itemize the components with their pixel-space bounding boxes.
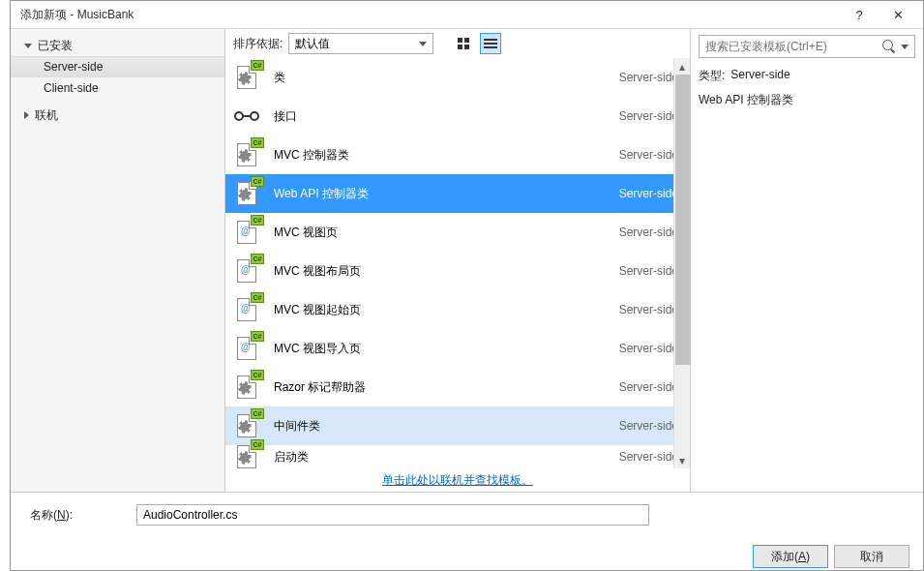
csharp-class-icon: C# [233, 443, 260, 468]
tree-server-side[interactable]: Server-side [11, 56, 224, 77]
template-label: MVC 视图起始页 [274, 302, 619, 318]
template-row[interactable]: C#中间件类Server-side [225, 406, 690, 445]
template-row[interactable]: C#MVC 控制器类Server-side [225, 135, 690, 174]
view-grid-button[interactable] [453, 33, 474, 54]
details-pane: 类型: Server-side Web API 控制器类 [691, 29, 923, 492]
csharp-class-icon: C# [233, 64, 260, 91]
type-value: Server-side [730, 68, 790, 84]
template-row[interactable]: @C#MVC 视图布局页Server-side [225, 252, 690, 290]
template-toolbar: 排序依据: 默认值 [225, 29, 690, 58]
name-input[interactable] [136, 504, 649, 526]
tree-installed[interactable]: 已安装 [11, 35, 224, 56]
template-tag: Server-side [619, 225, 678, 239]
template-label: 类 [274, 70, 619, 86]
template-row[interactable]: C#启动类Server-side [225, 445, 690, 468]
cancel-button[interactable]: 取消 [834, 545, 909, 568]
type-label: 类型: [699, 68, 725, 84]
grid-icon [458, 38, 469, 49]
template-tag: Server-side [619, 109, 678, 123]
close-button[interactable]: ✕ [879, 1, 917, 28]
razor-page-icon: @C# [233, 335, 260, 362]
chevron-down-icon [901, 45, 909, 49]
csharp-class-icon: C# [233, 412, 260, 439]
expand-icon [24, 44, 32, 48]
template-label: 中间件类 [274, 418, 619, 435]
chevron-down-icon [419, 42, 427, 46]
window-title: 添加新项 - MusicBank [20, 7, 840, 23]
online-templates-link-row: 单击此处以联机并查找模板。 [225, 468, 690, 492]
sort-label: 排序依据: [233, 36, 283, 52]
template-tag: Server-side [619, 380, 678, 394]
razor-page-icon: @C# [233, 257, 260, 285]
template-label: MVC 视图导入页 [274, 341, 619, 357]
template-row[interactable]: @C#MVC 视图起始页Server-side [225, 290, 690, 329]
tree-online[interactable]: 联机 [11, 105, 224, 126]
template-list: C#类Server-side接口Server-sideC#MVC 控制器类Ser… [225, 58, 690, 468]
csharp-class-icon: C# [233, 141, 260, 168]
scroll-down-icon[interactable]: ▾ [674, 452, 690, 468]
template-tag: Server-side [619, 71, 678, 84]
search-input[interactable] [705, 40, 881, 53]
template-row[interactable]: C#Razor 标记帮助器Server-side [225, 368, 690, 406]
template-row[interactable]: @C#MVC 视图导入页Server-side [225, 329, 690, 368]
add-new-item-dialog: 添加新项 - MusicBank ? ✕ 已安装 Server-side Cli… [10, 0, 924, 571]
template-label: Razor 标记帮助器 [274, 379, 619, 396]
razor-page-icon: @C# [233, 219, 260, 246]
view-list-button[interactable] [480, 33, 501, 54]
template-tag: Server-side [619, 303, 678, 316]
csharp-class-icon: C# [233, 374, 260, 401]
template-tag: Server-side [619, 187, 678, 200]
search-box[interactable] [699, 35, 915, 58]
titlebar: 添加新项 - MusicBank ? ✕ [11, 1, 923, 29]
expand-icon [24, 111, 29, 119]
template-row[interactable]: @C#MVC 视图页Server-side [225, 213, 690, 252]
template-label: MVC 视图布局页 [274, 263, 619, 280]
scrollbar[interactable]: ▴ ▾ [673, 58, 690, 468]
scroll-thumb[interactable] [675, 75, 690, 365]
button-row: 添加(A) 取消 [30, 545, 909, 568]
sort-dropdown[interactable]: 默认值 [288, 33, 433, 54]
search-icon [881, 39, 897, 54]
interface-icon [233, 103, 260, 130]
list-icon [484, 39, 497, 48]
tree-client-side[interactable]: Client-side [11, 77, 224, 99]
template-row[interactable]: 接口Server-side [225, 97, 690, 135]
help-button[interactable]: ? [840, 1, 879, 28]
template-label: 接口 [274, 108, 619, 125]
template-row[interactable]: C#类Server-side [225, 58, 690, 97]
bottom-section: 名称(N): 添加(A) 取消 [11, 493, 923, 571]
csharp-class-icon: C# [233, 180, 260, 207]
name-row: 名称(N): [30, 504, 909, 526]
upper-section: 已安装 Server-side Client-side 联机 排序依据: 默认值 [11, 29, 923, 493]
razor-page-icon: @C# [233, 296, 260, 323]
template-label: MVC 视图页 [274, 225, 619, 241]
dialog-body: 已安装 Server-side Client-side 联机 排序依据: 默认值 [11, 29, 923, 571]
template-tag: Server-side [619, 148, 678, 162]
template-description: Web API 控制器类 [699, 92, 793, 108]
category-sidebar: 已安装 Server-side Client-side 联机 [11, 29, 225, 492]
template-row[interactable]: C#Web API 控制器类Server-side [225, 174, 690, 213]
template-label: Web API 控制器类 [274, 186, 619, 202]
online-templates-link[interactable]: 单击此处以联机并查找模板。 [382, 472, 533, 489]
template-panel: 排序依据: 默认值 C#类Server-side接口Server-sideC#M… [225, 29, 691, 492]
template-tag: Server-side [619, 264, 678, 278]
scroll-up-icon[interactable]: ▴ [674, 58, 690, 75]
template-label: 启动类 [274, 449, 619, 466]
name-label: 名称(N): [30, 507, 117, 524]
template-label: MVC 控制器类 [274, 147, 619, 164]
template-tag: Server-side [619, 342, 678, 355]
template-tag: Server-side [619, 419, 678, 433]
add-button[interactable]: 添加(A) [753, 545, 828, 568]
template-tag: Server-side [619, 450, 678, 464]
